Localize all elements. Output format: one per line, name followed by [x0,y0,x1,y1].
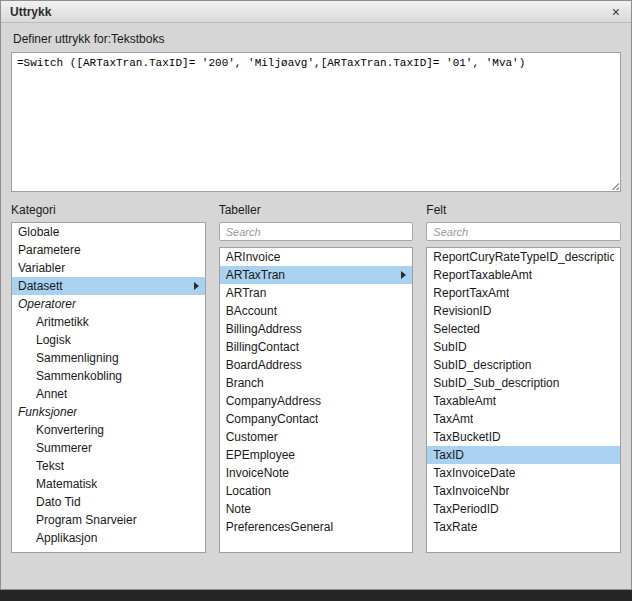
list-item-label: Tekst [36,459,64,473]
list-item-reporttaxableamt[interactable]: ReportTaxableAmt [427,266,620,284]
list-item-applikasjon[interactable]: Applikasjon [12,529,205,547]
list-item-epemployee[interactable]: EPEmployee [220,446,413,464]
list-item-label: TaxableAmt [433,394,496,408]
felt-column: Felt ReportCuryRateTypeID_descriptionRep… [426,203,621,553]
close-icon[interactable]: × [610,5,622,19]
felt-label: Felt [426,203,621,217]
list-item-label: Customer [226,430,278,444]
list-item-label: Selected [433,322,480,336]
list-item-artaxtran[interactable]: ARTaxTran [220,266,413,284]
list-item-customer[interactable]: Customer [220,428,413,446]
list-item-companyaddress[interactable]: CompanyAddress [220,392,413,410]
list-item-baccount[interactable]: BAccount [220,302,413,320]
define-expression-label: Definer uttrykk for:Tekstboks [13,32,619,46]
list-item-boardaddress[interactable]: BoardAddress [220,356,413,374]
list-item-subid-sub-description[interactable]: SubID_Sub_description [427,374,620,392]
tabeller-column: Tabeller ARInvoiceARTaxTranARTranBAccoun… [219,203,414,553]
list-item-globale[interactable]: Globale [12,223,205,241]
list-item-sammenligning[interactable]: Sammenligning [12,349,205,367]
list-item-dato-tid[interactable]: Dato Tid [12,493,205,511]
list-item-datasett[interactable]: Datasett [12,277,205,295]
list-item-label: Variabler [18,261,65,275]
list-item-label: TaxInvoiceNbr [433,484,509,498]
list-item-label: TaxPeriodID [433,502,498,516]
list-item-label: ARInvoice [226,250,281,264]
list-item-label: SubID_description [433,358,531,372]
list-item-label: Location [226,484,271,498]
list-item-billingcontact[interactable]: BillingContact [220,338,413,356]
list-item-label: Parametere [18,243,81,257]
list-item-label: Annet [36,387,67,401]
list-item-konvertering[interactable]: Konvertering [12,421,205,439]
dialog-titlebar[interactable]: Uttrykk × [1,1,631,23]
submenu-arrow-icon [194,282,199,290]
expression-input[interactable]: =Switch ([ARTaxTran.TaxID]= '200', 'Milj… [11,52,621,192]
list-item-label: CompanyContact [226,412,319,426]
list-item-artran[interactable]: ARTran [220,284,413,302]
list-item-label: ARTaxTran [226,268,285,282]
bottom-dark-bar [0,590,632,601]
list-item-preferencesgeneral[interactable]: PreferencesGeneral [220,518,413,536]
list-item-operatorer: Operatorer [12,295,205,313]
list-item-reportcuryratetypeid-description[interactable]: ReportCuryRateTypeID_description [427,248,620,266]
list-item-taxbucketid[interactable]: TaxBucketID [427,428,620,446]
list-item-companycontact[interactable]: CompanyContact [220,410,413,428]
list-item-label: Matematisk [36,477,97,491]
list-item-location[interactable]: Location [220,482,413,500]
list-item-annet[interactable]: Annet [12,385,205,403]
tabeller-search-input[interactable] [219,222,414,241]
felt-list: ReportCuryRateTypeID_descriptionReportTa… [426,247,621,553]
list-item-arinvoice[interactable]: ARInvoice [220,248,413,266]
list-item-summerer[interactable]: Summerer [12,439,205,457]
list-item-tekst[interactable]: Tekst [12,457,205,475]
kategori-column: Kategori GlobaleParametereVariablerDatas… [11,203,206,553]
list-item-label: Branch [226,376,264,390]
list-item-label: RevisionID [433,304,491,318]
submenu-arrow-icon [401,271,406,279]
list-item-program-snarveier[interactable]: Program Snarveier [12,511,205,529]
list-item-taxinvoicenbr[interactable]: TaxInvoiceNbr [427,482,620,500]
list-item-subid[interactable]: SubID [427,338,620,356]
list-item-aritmetikk[interactable]: Aritmetikk [12,313,205,331]
list-item-reporttaxamt[interactable]: ReportTaxAmt [427,284,620,302]
expression-editor: =Switch ([ARTaxTran.TaxID]= '200', 'Milj… [11,52,621,192]
list-item-label: Sammenkobling [36,369,122,383]
list-item-label: TaxRate [433,520,477,534]
list-item-sammenkobling[interactable]: Sammenkobling [12,367,205,385]
list-item-billingaddress[interactable]: BillingAddress [220,320,413,338]
list-item-label: Summerer [36,441,92,455]
list-item-label: Note [226,502,251,516]
tabeller-list: ARInvoiceARTaxTranARTranBAccountBillingA… [219,247,414,553]
list-item-label: BoardAddress [226,358,302,372]
list-item-note[interactable]: Note [220,500,413,518]
felt-search-input[interactable] [426,222,621,241]
list-item-parametere[interactable]: Parametere [12,241,205,259]
list-item-label: ReportTaxableAmt [433,268,532,282]
list-item-label: TaxAmt [433,412,473,426]
list-item-taxinvoicedate[interactable]: TaxInvoiceDate [427,464,620,482]
list-item-matematisk[interactable]: Matematisk [12,475,205,493]
list-item-selected[interactable]: Selected [427,320,620,338]
list-item-taxableamt[interactable]: TaxableAmt [427,392,620,410]
list-item-taxid[interactable]: TaxID [427,446,620,464]
list-item-label: InvoiceNote [226,466,289,480]
list-item-label: Program Snarveier [36,513,137,527]
list-item-branch[interactable]: Branch [220,374,413,392]
list-item-label: ARTran [226,286,267,300]
list-item-logisk[interactable]: Logisk [12,331,205,349]
list-item-taxperiodid[interactable]: TaxPeriodID [427,500,620,518]
list-item-label: BillingAddress [226,322,302,336]
list-item-invoicenote[interactable]: InvoiceNote [220,464,413,482]
list-item-label: Dato Tid [36,495,81,509]
list-item-revisionid[interactable]: RevisionID [427,302,620,320]
list-item-taxamt[interactable]: TaxAmt [427,410,620,428]
list-item-label: Globale [18,225,59,239]
list-item-subid-description[interactable]: SubID_description [427,356,620,374]
list-item-taxrate[interactable]: TaxRate [427,518,620,536]
list-item-label: SubID [433,340,466,354]
list-item-label: TaxID [433,448,464,462]
list-item-funksjoner: Funksjoner [12,403,205,421]
list-item-label: Applikasjon [36,531,97,545]
list-item-variabler[interactable]: Variabler [12,259,205,277]
list-item-label: BillingContact [226,340,299,354]
